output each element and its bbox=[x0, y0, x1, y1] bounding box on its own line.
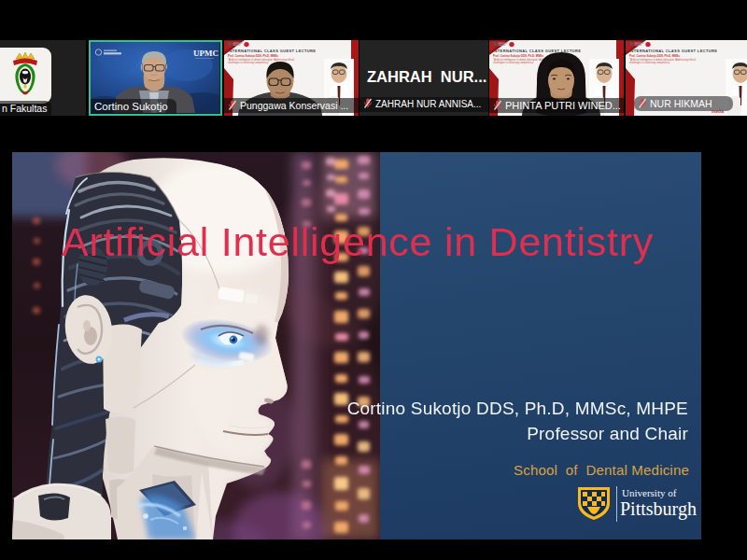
svg-text:UPMC: UPMC bbox=[193, 49, 218, 58]
svg-text:Prof. Cortino Sukotjo DDS, Ph.: Prof. Cortino Sukotjo DDS, Ph.D, MMSc bbox=[228, 54, 279, 58]
svg-text:University of: University of bbox=[622, 487, 677, 498]
svg-text:"Artificial intelligence in de: "Artificial intelligence in dental educa… bbox=[228, 58, 295, 62]
svg-text:INTERNATIONAL CLASS GUEST LECT: INTERNATIONAL CLASS GUEST LECTURE bbox=[228, 49, 316, 53]
svg-text:challenges in achieving compet: challenges in achieving competency" bbox=[228, 61, 269, 64]
svg-text:Pittsburgh: Pittsburgh bbox=[620, 498, 697, 520]
